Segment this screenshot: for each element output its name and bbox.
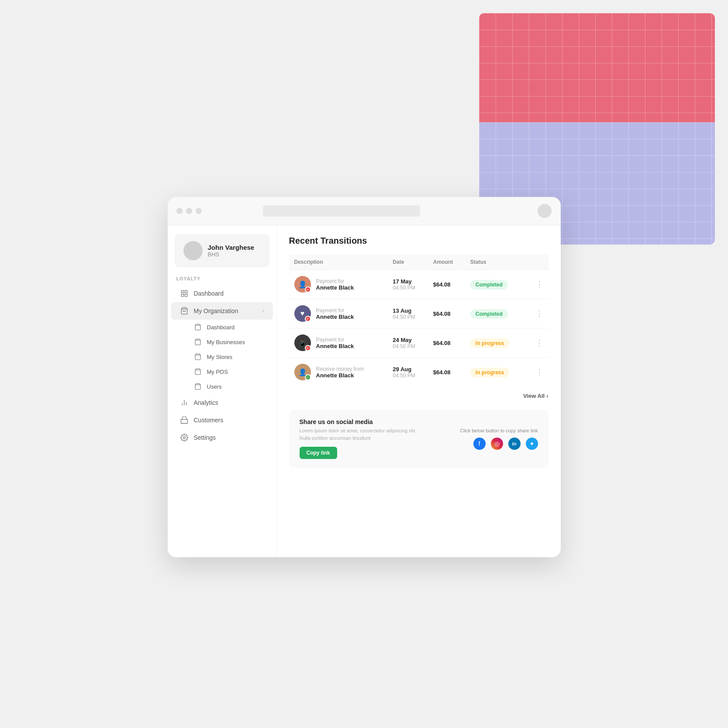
svg-rect-14 <box>181 420 187 424</box>
svg-rect-2 <box>181 294 183 297</box>
twitter-icon[interactable]: ✦ <box>526 438 538 450</box>
traffic-light-green <box>196 208 202 214</box>
view-all-label: View All <box>523 393 545 399</box>
trans-amount-2: $64.08 <box>428 328 465 358</box>
org-icon <box>180 307 189 315</box>
instagram-icon[interactable]: ◎ <box>491 438 503 450</box>
sidebar-item-dashboard[interactable]: Dashboard <box>171 285 273 302</box>
trans-date-2: 24 May 04:50 PM <box>387 328 428 358</box>
status-badge-1: Completed <box>470 309 508 319</box>
date-time-1: 04:50 PM <box>393 314 422 320</box>
transitions-table: Description Date Amount Status 👤 <box>289 255 549 386</box>
date-main-1: 13 Aug <box>393 307 422 314</box>
col-amount: Amount <box>428 255 465 270</box>
title-bar-avatar <box>538 204 552 218</box>
desc-label-0: Payment for <box>316 278 354 284</box>
trans-avatar-wrap-3: 👤 ✓ <box>294 364 311 380</box>
table-row: 👤 ✕ Payment for Annette Black 17 May 04:… <box>289 270 549 299</box>
trans-amount-3: $64.08 <box>428 358 465 387</box>
trans-desc-cell-2: 📱 ✕ Payment for Annette Black <box>289 328 388 358</box>
share-hint: Click below button to copy share link <box>460 428 538 433</box>
desc-label-2: Payment for <box>316 337 354 343</box>
desc-name-1: Annette Black <box>316 314 354 320</box>
more-menu-3[interactable]: ⋮ <box>531 367 543 377</box>
avatar <box>183 241 203 260</box>
copy-link-button[interactable]: Copy link <box>300 447 337 459</box>
desc-label-1: Payment for <box>316 307 354 314</box>
trans-desc-cell-1: ♥ ✕ Payment for Annette Black <box>289 299 388 328</box>
svg-rect-1 <box>185 290 187 293</box>
trans-dot-1: ✕ <box>305 316 311 322</box>
date-main-3: 29 Aug <box>393 366 422 373</box>
trans-dot-3: ✓ <box>305 374 311 380</box>
col-status: Status <box>465 255 526 270</box>
sidebar-item-customers[interactable]: Customers <box>171 411 273 429</box>
sidebar-item-my-stores[interactable]: My Stores <box>171 349 273 364</box>
trans-more-2[interactable]: ⋮ <box>526 328 549 358</box>
users-icon <box>194 383 202 390</box>
sidebar-item-my-businesses[interactable]: My Businesses <box>171 335 273 349</box>
trans-avatar-wrap-2: 📱 ✕ <box>294 335 311 351</box>
share-description: Lorem ipsum dolor sit amet, consectetur … <box>300 427 422 442</box>
trans-desc-text-0: Payment for Annette Black <box>316 278 354 291</box>
svg-rect-0 <box>181 290 183 293</box>
app-body: John Varghese BHS LOYALTY Dashboard <box>168 225 561 557</box>
main-content: Recent Transitions Description Date Amou… <box>277 225 561 557</box>
dashboard-label: Dashboard <box>194 290 224 297</box>
date-main-2: 24 May <box>393 337 422 343</box>
view-all-arrow: › <box>546 393 548 399</box>
traffic-lights <box>176 208 202 214</box>
org-arrow: › <box>262 308 264 314</box>
pos-icon <box>194 368 202 376</box>
view-all-row[interactable]: View All › <box>289 386 549 399</box>
title-bar <box>168 197 561 225</box>
my-stores-label: My Stores <box>207 354 233 360</box>
linkedin-icon[interactable]: in <box>508 438 521 450</box>
stores-icon <box>194 353 202 361</box>
search-bar[interactable] <box>263 205 420 217</box>
trans-amount-1: $64.08 <box>428 299 465 328</box>
sidebar-item-analytics[interactable]: Analytics <box>171 394 273 411</box>
trans-dot-2: ✕ <box>305 345 311 351</box>
sidebar-item-org-dashboard[interactable]: Dashboard <box>171 320 273 335</box>
table-row: ♥ ✕ Payment for Annette Black 13 Aug 04:… <box>289 299 549 328</box>
settings-label: Settings <box>194 434 216 441</box>
facebook-icon[interactable]: f <box>473 438 486 450</box>
trans-status-0: Completed <box>465 270 526 299</box>
users-label: Users <box>207 383 222 390</box>
user-card: John Varghese BHS <box>175 234 269 267</box>
trans-more-0[interactable]: ⋮ <box>526 270 549 299</box>
trans-more-1[interactable]: ⋮ <box>526 299 549 328</box>
date-time-3: 04:50 PM <box>393 373 422 379</box>
sidebar-item-my-organization[interactable]: My Organization › <box>171 302 273 320</box>
sidebar-item-users[interactable]: Users <box>171 379 273 394</box>
more-menu-1[interactable]: ⋮ <box>531 309 543 318</box>
desc-label-3: Receive money from <box>316 366 364 372</box>
trans-amount-0: $64.08 <box>428 270 465 299</box>
desc-name-0: Annette Black <box>316 284 354 291</box>
trans-dot-0: ✕ <box>305 286 311 293</box>
traffic-light-yellow <box>186 208 192 214</box>
col-description: Description <box>289 255 388 270</box>
org-dashboard-label: Dashboard <box>207 324 235 331</box>
status-badge-3: In progress <box>470 368 509 377</box>
sidebar-item-settings[interactable]: Settings <box>171 429 273 446</box>
trans-desc-text-2: Payment for Annette Black <box>316 337 354 349</box>
col-date: Date <box>387 255 428 270</box>
loyalty-label: LOYALTY <box>168 276 276 285</box>
sidebar-item-my-pos[interactable]: My POS <box>171 364 273 379</box>
trans-desc-cell-0: 👤 ✕ Payment for Annette Black <box>289 270 388 299</box>
desc-name-3: Annette Black <box>316 372 364 379</box>
trans-avatar-wrap-0: 👤 ✕ <box>294 276 311 293</box>
my-businesses-label: My Businesses <box>207 339 245 345</box>
user-info: John Varghese BHS <box>208 244 255 258</box>
social-icons: f ◎ in ✦ <box>460 438 538 450</box>
customers-icon <box>180 416 189 424</box>
trans-date-3: 29 Aug 04:50 PM <box>387 358 428 387</box>
more-menu-0[interactable]: ⋮ <box>531 279 543 289</box>
customers-label: Customers <box>194 417 224 424</box>
more-menu-2[interactable]: ⋮ <box>531 338 543 348</box>
social-share-left: Share us on social media Lorem ipsum dol… <box>300 418 422 459</box>
traffic-light-red <box>176 208 183 214</box>
trans-more-3[interactable]: ⋮ <box>526 358 549 387</box>
